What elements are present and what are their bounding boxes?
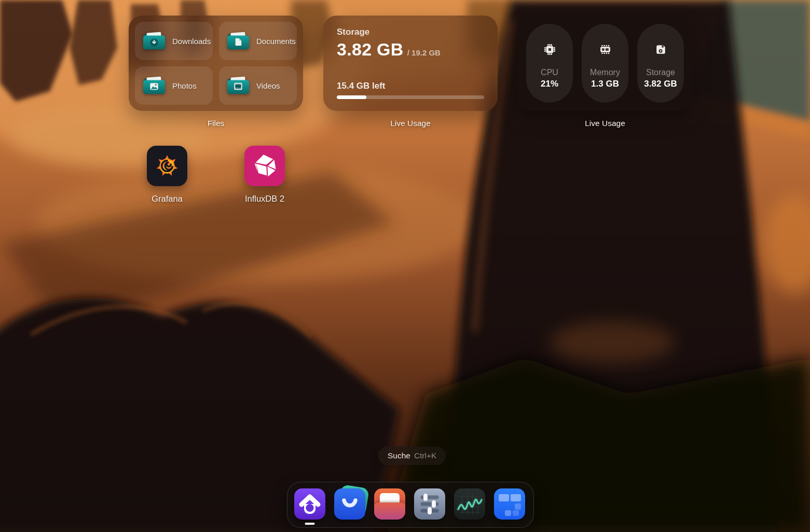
storage-widget-caption: Live Usage: [323, 119, 498, 128]
cpu-label: CPU: [541, 68, 558, 77]
app-grafana[interactable]: [147, 146, 187, 186]
folder-label: Downloads: [172, 37, 211, 46]
app-influxdb[interactable]: [244, 146, 285, 186]
folder-tile-videos[interactable]: Videos: [219, 66, 297, 105]
file-pocket: [374, 502, 405, 520]
activity-monitor-icon: [454, 488, 485, 520]
dock-files-button[interactable]: [374, 488, 405, 520]
folder-label: Videos: [256, 81, 280, 90]
desktop: Downloads Documents Photos: [0, 0, 810, 532]
app-grafana-label: Grafana: [152, 194, 183, 204]
influxdb-icon: [251, 152, 278, 179]
storage-widget[interactable]: Storage 3.82 GB / 19.2 GB 15.4 GB left: [323, 16, 498, 111]
live-usage-widget[interactable]: CPU 21% Memory 1.3 GB: [518, 16, 692, 111]
storage-stat-pill: Storage 3.82 GB: [637, 24, 684, 103]
cpu-value: 21%: [541, 79, 558, 89]
files-widget[interactable]: Downloads Documents Photos: [129, 16, 303, 111]
search-button[interactable]: Suche Ctrl+K: [378, 446, 446, 465]
folder-tile-downloads[interactable]: Downloads: [135, 22, 213, 60]
cpu-icon: [543, 43, 557, 57]
dock-monitor-button[interactable]: [454, 488, 485, 520]
storage-progress-bar: [337, 95, 484, 99]
memory-value: 1.3 GB: [591, 79, 619, 89]
cpu-stat-pill: CPU 21%: [526, 24, 573, 103]
dock-settings-button[interactable]: [414, 488, 445, 520]
dock-app-store-button[interactable]: [334, 488, 365, 520]
memory-label: Memory: [590, 68, 620, 77]
dock-active-indicator: [305, 523, 315, 525]
memory-stat-pill: Memory 1.3 GB: [582, 24, 628, 103]
dock-home-button[interactable]: [294, 488, 325, 520]
settings-sliders-icon: [414, 488, 445, 520]
downloads-folder-icon: [142, 31, 166, 51]
dock-widgets-button[interactable]: [494, 488, 525, 520]
storage-title: Storage: [337, 27, 369, 37]
storage-remaining: 15.4 GB left: [337, 81, 386, 91]
grafana-icon: [154, 152, 181, 179]
storage-stat-label: Storage: [646, 68, 675, 77]
storage-used-value: 3.82 GB: [337, 39, 404, 60]
storage-total-value: / 19.2 GB: [407, 48, 441, 57]
folder-tile-documents[interactable]: Documents: [219, 22, 297, 60]
app-influxdb-label: InfluxDB 2: [245, 194, 284, 204]
storage-progress-fill: [337, 95, 366, 99]
home-icon: [294, 488, 325, 520]
app-store-icon: [334, 488, 365, 520]
files-widget-caption: Files: [129, 119, 303, 128]
folder-label: Photos: [172, 81, 197, 90]
search-shortcut: Ctrl+K: [414, 451, 437, 460]
live-usage-widget-caption: Live Usage: [518, 119, 692, 128]
storage-icon: [654, 43, 668, 57]
documents-folder-icon: [226, 31, 250, 51]
photos-folder-icon: [142, 76, 166, 95]
folder-tile-photos[interactable]: Photos: [135, 66, 213, 105]
storage-stat-value: 3.82 GB: [644, 79, 677, 89]
folder-label: Documents: [256, 37, 296, 46]
widgets-icon: [494, 488, 525, 520]
dock: [287, 482, 534, 528]
search-label: Suche: [388, 451, 410, 460]
videos-folder-icon: [226, 76, 250, 95]
memory-icon: [598, 43, 612, 57]
